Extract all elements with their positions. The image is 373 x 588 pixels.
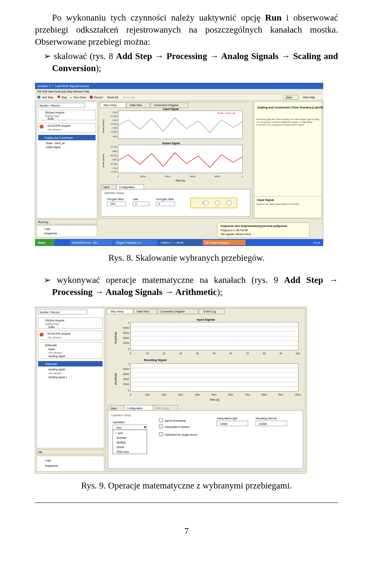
monitor-record-dropdown[interactable]: Monitor / Record <box>40 104 60 107</box>
tree-strain[interactable]: Strain <box>47 117 54 120</box>
text: Po wykonaniu tych czynności należy uakty… <box>52 13 265 23</box>
run-once-button[interactable]: ▸ <box>71 96 72 99</box>
menu-bar[interactable]: File Edit View Tools Add Step Window Hel… <box>37 90 89 93</box>
svg-text:100: 100 <box>296 352 300 355</box>
check-optimized[interactable]: Optimized for single record <box>165 433 197 436</box>
xlabel: Time (s) <box>175 179 185 182</box>
interp-type-dropdown[interactable]: Linear <box>220 422 228 425</box>
svg-text:1: 1 <box>128 321 129 324</box>
logs-item[interactable]: Logs <box>45 459 51 462</box>
tree-resulting-3[interactable]: resulting signal 1 <box>48 376 67 379</box>
run-once-label[interactable]: Run Once <box>74 96 86 99</box>
hide-help-button[interactable]: Hide Help <box>303 96 315 99</box>
tab-input[interactable]: Input <box>103 186 110 189</box>
tab-data-view[interactable]: Data View <box>137 310 150 313</box>
op-option-add[interactable]: ✓ Add <box>115 432 123 434</box>
op-option-subtract[interactable]: Subtract <box>117 436 127 439</box>
tab-connection-diagram[interactable]: Connection Diagram <box>154 104 179 107</box>
svg-text:80m: 80m <box>262 393 267 396</box>
start-button[interactable]: Start <box>38 241 45 244</box>
record-button[interactable]: Record <box>94 96 103 99</box>
resulting-interval-dropdown[interactable]: Global <box>259 422 267 425</box>
tree-arithmetic-2-selected[interactable]: Arithmetic <box>45 363 58 365</box>
tree-scaled-signal[interactable]: scaled signal <box>46 146 61 149</box>
svg-point-51 <box>215 201 220 205</box>
svg-rect-73 <box>37 456 104 471</box>
tree-resulting-1[interactable]: resulting signal <box>48 355 65 358</box>
svg-text:-60m: -60m <box>112 150 117 152</box>
check-interpolate[interactable]: Interpolate if needed <box>165 426 190 429</box>
task-newdata[interactable]: New Data Acquisition <box>205 241 229 244</box>
figure-9-caption: Rys. 9. Operacje matematyczne z wybranym… <box>35 481 338 491</box>
tab-data-view[interactable]: Data View <box>130 104 143 106</box>
snapshots-item[interactable]: Snapshots <box>45 464 58 468</box>
error-list-button[interactable]: Error List <box>124 96 134 99</box>
back-button[interactable]: Back <box>286 96 292 99</box>
ylabel-amp-1: Amplitude <box>114 332 117 344</box>
tab-step-setup[interactable]: Step Setup <box>103 104 117 107</box>
stop-button[interactable]: Stop <box>61 96 67 99</box>
snapshots-item[interactable]: Snapshots <box>44 232 58 235</box>
svg-text:40m: 40m <box>195 393 200 396</box>
tab-step-setup[interactable]: Step Setup <box>110 310 124 313</box>
svg-text:0: 0 <box>130 352 131 355</box>
monitor-record-dropdown[interactable]: Monitor / Record <box>40 311 60 314</box>
svg-text:0: 0 <box>130 393 131 396</box>
gain-input[interactable]: 2 <box>135 202 137 205</box>
tab-connection-diagram[interactable]: Connection Diagram <box>160 310 185 313</box>
svg-rect-29 <box>118 145 242 173</box>
tree-nodevice[interactable]: <No device> <box>47 128 62 131</box>
tab-configuration[interactable]: Configuration <box>127 407 143 410</box>
svg-text:-57,5m: -57,5m <box>110 146 117 148</box>
page-rule <box>35 503 338 503</box>
tree-niscope[interactable]: NI-SCOPE Acquire <box>47 124 70 127</box>
check-ignore-timestamp[interactable]: Ignore timestamp <box>165 419 186 422</box>
svg-text:600m: 600m <box>123 332 129 334</box>
text: skalować (rys. 8 <box>51 51 116 61</box>
tree-daqmx[interactable]: DAQmx Acquire <box>45 319 64 322</box>
figure-9-screenshot: Monitor / Record DAQmx Acquire Analog In… <box>35 307 338 474</box>
tree-arithmetic-1[interactable]: Arithmetic <box>45 344 58 347</box>
tab-configuration[interactable]: Configuration <box>119 186 135 189</box>
window-title: Untitled 1 * - LabVIEW SignalExpress <box>37 84 89 88</box>
task-doc[interactable]: NI MOSTEK.doc - Mic... <box>72 241 99 244</box>
tree-nodevice-2[interactable]: <No device> <box>48 351 63 354</box>
post-gain-input[interactable]: 0 <box>159 202 160 205</box>
ylabel-2: Strain (strain) <box>102 154 105 168</box>
check-icon: ✓ <box>160 425 163 429</box>
task-translator[interactable]: English Translator 3.1... <box>117 241 143 244</box>
operation-dropdown[interactable]: Add <box>117 426 122 429</box>
add-step-button[interactable]: Add Step <box>42 96 53 99</box>
tab-filter-setup[interactable]: Filter Setup <box>155 407 169 410</box>
help2-body: Displays the input time signal to be sca… <box>256 202 320 205</box>
tree-nodevice[interactable]: <No device> <box>47 336 62 339</box>
tree-nodevice-3[interactable]: <No device> <box>48 372 63 375</box>
tree-strain[interactable]: Strain <box>48 326 55 328</box>
tab-input[interactable]: Input <box>111 407 117 410</box>
pre-gain-label: Pre-gain offset <box>107 198 124 201</box>
text: ); <box>96 63 101 73</box>
task-labview[interactable]: Untitled 1 * - LabVIE... <box>161 241 186 244</box>
op-option-divide[interactable]: Divide <box>117 446 124 448</box>
tree-strain-dev5[interactable]: Strain - Dev5_a0 <box>46 142 65 145</box>
tree-daqmx[interactable]: DAQmx Acquire <box>45 111 64 114</box>
op-option-rmssum[interactable]: RMS-Sum <box>117 450 129 453</box>
logs-item[interactable]: Logs <box>44 227 51 230</box>
tree-scaling-conversion[interactable]: Scaling and Conversion <box>44 136 73 140</box>
tree-resulting-2[interactable]: resulting signal <box>48 368 65 371</box>
figure-8-caption: Rys. 8. Skalowanie wybranych przebiegów. <box>35 253 338 263</box>
operation-label: Operation <box>113 421 125 424</box>
pre-gain-input[interactable]: -20m <box>110 202 115 205</box>
tab-event-log[interactable]: Event Log <box>204 310 216 313</box>
svg-text:-13,5m: -13,5m <box>110 131 117 133</box>
svg-text:40: 40 <box>196 352 199 355</box>
tree-strain-2[interactable]: Strain <box>48 348 55 351</box>
svg-text:80: 80 <box>263 352 266 355</box>
tree-analog-input[interactable]: Analog Input <box>45 323 59 326</box>
svg-point-6 <box>90 96 93 99</box>
tree-niscope[interactable]: NI-SCOPE Acquire <box>47 332 70 335</box>
operation-setup-label: Operation Setup <box>104 192 124 195</box>
svg-text:-72,5m: -72,5m <box>110 171 117 173</box>
op-option-multiply[interactable]: Multiply <box>117 441 126 444</box>
reset-all-button[interactable]: Reset All <box>107 96 118 99</box>
